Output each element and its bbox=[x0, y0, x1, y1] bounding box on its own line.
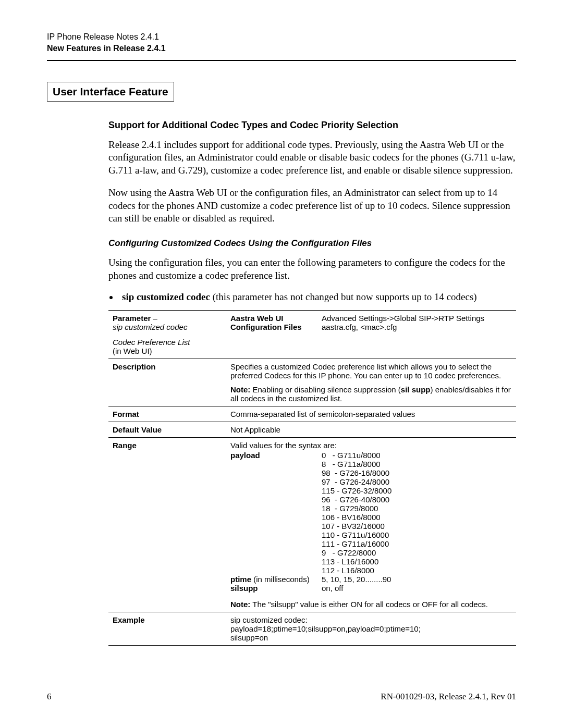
range-note: Note: The "silsupp" value is either ON f… bbox=[230, 600, 512, 609]
table-row: Range Valid values for the syntax are: p… bbox=[108, 438, 516, 612]
range-cell: Valid values for the syntax are: payload… bbox=[226, 438, 516, 612]
heading-codec-support: Support for Additional Codec Types and C… bbox=[108, 120, 516, 131]
row-value: Specifies a customized Codec preference … bbox=[226, 359, 516, 406]
note-label: Note: bbox=[230, 600, 250, 609]
ptime-label: ptime (in milliseconds) bbox=[230, 575, 322, 584]
description-note: Note: Enabling or disabling silence supp… bbox=[230, 385, 512, 403]
example-line-3: silsupp=on bbox=[230, 633, 512, 642]
table-row: Example sip customized codec: payload=18… bbox=[108, 612, 516, 646]
kv-val: Advanced Settings->Global SIP->RTP Setti… bbox=[322, 314, 484, 323]
range-payload-grid: payload 0 - G711u/8000 8 - G711a/8000 98… bbox=[230, 451, 512, 575]
bullet-strong: sip customized codec bbox=[122, 291, 210, 302]
ptime-bold: ptime bbox=[230, 575, 251, 584]
bullet-rest: (this parameter has not changed but now … bbox=[210, 291, 477, 302]
row-label: Range bbox=[108, 438, 226, 612]
bullet-item: sip customized codec (this parameter has… bbox=[108, 291, 516, 303]
header-rule bbox=[47, 60, 516, 61]
ptime-paren: (in milliseconds) bbox=[251, 575, 310, 584]
note-text: The "silsupp" value is either ON for all… bbox=[250, 600, 488, 609]
document-page: IP Phone Release Notes 2.4.1 New Feature… bbox=[0, 0, 563, 728]
page-footer: 6 RN-001029-03, Release 2.4.1, Rev 01 bbox=[47, 692, 516, 702]
content-area: Support for Additional Codec Types and C… bbox=[108, 120, 516, 646]
note-text-a: Enabling or disabling silence suppressio… bbox=[250, 385, 401, 394]
row-label: Format bbox=[108, 406, 226, 422]
header-line-1: IP Phone Release Notes 2.4.1 bbox=[47, 31, 516, 43]
silsupp-label: silsupp bbox=[230, 584, 322, 593]
example-line-2: payload=18;ptime=10;silsupp=on,payload=0… bbox=[230, 624, 512, 633]
row-value: Not Applicable bbox=[226, 422, 516, 438]
running-header: IP Phone Release Notes 2.4.1 New Feature… bbox=[47, 31, 516, 55]
table-row: Format Comma-separated list of semicolon… bbox=[108, 406, 516, 422]
section-title: User Interface Feature bbox=[53, 85, 168, 97]
param-cell-left: Parameter – sip customized codec Codec P… bbox=[108, 311, 226, 359]
parameter-sublabel: Codec Preference List (in Web UI) bbox=[113, 338, 222, 355]
table-row: Description Specifies a customized Codec… bbox=[108, 359, 516, 406]
kv-val: aastra.cfg, <mac>.cfg bbox=[322, 323, 397, 331]
kv-key: Aastra Web UI bbox=[230, 314, 322, 323]
paragraph-2: Now using the Aastra Web UI or the confi… bbox=[108, 187, 516, 225]
section-title-box: User Interface Feature bbox=[47, 82, 174, 102]
row-label: Default Value bbox=[108, 422, 226, 438]
parameter-name: sip customized codec bbox=[113, 323, 187, 331]
sublabel-line1: Codec Preference List bbox=[113, 338, 190, 347]
range-silsupp-row: silsupp on, off bbox=[230, 584, 512, 593]
ptime-values: 5, 10, 15, 20........90 bbox=[322, 575, 391, 584]
range-key-col: payload bbox=[230, 451, 322, 575]
parameter-label: Parameter bbox=[113, 314, 151, 323]
description-text: Specifies a customized Codec preference … bbox=[230, 362, 512, 380]
paragraph-3: Using the configuration files, you can e… bbox=[108, 256, 516, 282]
row-label: Description bbox=[108, 359, 226, 406]
page-number: 6 bbox=[47, 692, 52, 702]
row-label: Example bbox=[108, 612, 226, 646]
note-bold-2: sil supp bbox=[401, 385, 431, 394]
parameter-table: Parameter – sip customized codec Codec P… bbox=[108, 310, 516, 646]
example-line-1: sip customized codec: bbox=[230, 615, 512, 624]
sublabel-line2: (in Web UI) bbox=[113, 347, 152, 355]
example-cell: sip customized codec: payload=18;ptime=1… bbox=[226, 612, 516, 646]
range-ptime-row: ptime (in milliseconds) 5, 10, 15, 20...… bbox=[230, 575, 512, 584]
kv-row: Aastra Web UI Advanced Settings->Global … bbox=[230, 314, 512, 323]
bullet-dot-icon bbox=[109, 296, 113, 299]
row-value: Comma-separated list of semicolon-separa… bbox=[226, 406, 516, 422]
header-line-2: New Features in Release 2.4.1 bbox=[47, 43, 516, 54]
heading-config-files: Configuring Customized Codecs Using the … bbox=[108, 238, 516, 249]
table-row: Default Value Not Applicable bbox=[108, 422, 516, 438]
dash: – bbox=[151, 314, 157, 323]
kv-key: Configuration Files bbox=[230, 323, 322, 331]
payload-values: 0 - G711u/8000 8 - G711a/8000 98 - G726-… bbox=[322, 451, 391, 575]
paragraph-1: Release 2.4.1 includes support for addit… bbox=[108, 139, 516, 177]
note-label: Note: bbox=[230, 385, 250, 394]
payload-label: payload bbox=[230, 451, 260, 460]
silsupp-values: on, off bbox=[322, 584, 343, 593]
bullet-text: sip customized codec (this parameter has… bbox=[122, 291, 477, 303]
range-intro: Valid values for the syntax are: bbox=[230, 441, 512, 450]
table-row: Parameter – sip customized codec Codec P… bbox=[108, 311, 516, 359]
kv-row: Configuration Files aastra.cfg, <mac>.cf… bbox=[230, 323, 512, 331]
param-cell-right: Aastra Web UI Advanced Settings->Global … bbox=[226, 311, 516, 359]
doc-id: RN-001029-03, Release 2.4.1, Rev 01 bbox=[381, 692, 516, 702]
